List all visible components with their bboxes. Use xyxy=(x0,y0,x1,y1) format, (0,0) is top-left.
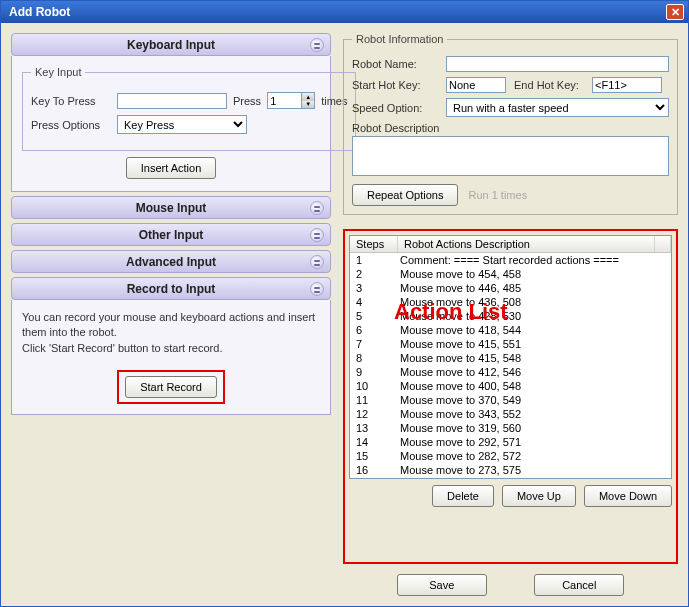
table-row[interactable]: 3Mouse move to 446, 485 xyxy=(350,281,671,295)
step-cell: 13 xyxy=(350,421,398,435)
step-cell: 7 xyxy=(350,337,398,351)
robot-info-legend: Robot Information xyxy=(352,33,447,45)
table-row[interactable]: 2Mouse move to 454, 458 xyxy=(350,267,671,281)
desc-cell: Mouse move to 418, 544 xyxy=(398,323,671,337)
list-body[interactable]: Action List 1Comment: ==== Start recorde… xyxy=(350,253,671,478)
table-row[interactable]: 6Mouse move to 418, 544 xyxy=(350,323,671,337)
table-row[interactable]: 7Mouse move to 415, 551 xyxy=(350,337,671,351)
chevrons-icon xyxy=(310,282,324,296)
delete-button[interactable]: Delete xyxy=(432,485,494,507)
step-cell: 16 xyxy=(350,463,398,477)
col-desc[interactable]: Robot Actions Description xyxy=(398,236,655,252)
insert-action-button[interactable]: Insert Action xyxy=(126,157,217,179)
step-cell: 2 xyxy=(350,267,398,281)
table-row[interactable]: 8Mouse move to 415, 548 xyxy=(350,351,671,365)
key-to-press-input[interactable] xyxy=(117,93,227,109)
accordion-header-keyboard[interactable]: Keyboard Input xyxy=(11,33,331,56)
accordion-header-label: Other Input xyxy=(139,228,204,242)
desc-cell: Mouse move to 343, 552 xyxy=(398,407,671,421)
col-scroll-gutter xyxy=(655,236,671,252)
desc-cell: Mouse move to 415, 551 xyxy=(398,337,671,351)
accordion-body-record: You can record your mouse and keyboard a… xyxy=(11,300,331,415)
repeat-options-button[interactable]: Repeat Options xyxy=(352,184,458,206)
accordion-header-mouse[interactable]: Mouse Input xyxy=(11,196,331,219)
accordion-header-other[interactable]: Other Input xyxy=(11,223,331,246)
key-input-group: Key Input Key To Press Press ▲ ▼ time xyxy=(22,66,356,151)
robot-name-input[interactable] xyxy=(446,56,669,72)
step-cell: 3 xyxy=(350,281,398,295)
repeat-hint: Run 1 times xyxy=(468,189,527,201)
step-cell: 11 xyxy=(350,393,398,407)
step-cell: 9 xyxy=(350,365,398,379)
accordion-header-label: Record to Input xyxy=(127,282,216,296)
table-row[interactable]: 9Mouse move to 412, 546 xyxy=(350,365,671,379)
press-options-label: Press Options xyxy=(31,119,111,131)
desc-cell: Mouse move to 370, 549 xyxy=(398,393,671,407)
accordion-header-label: Advanced Input xyxy=(126,255,216,269)
table-row[interactable]: 13Mouse move to 319, 560 xyxy=(350,421,671,435)
window-title: Add Robot xyxy=(9,5,666,19)
desc-cell: Mouse move to 282, 572 xyxy=(398,449,671,463)
chevrons-icon xyxy=(310,228,324,242)
end-hotkey-label: End Hot Key: xyxy=(514,79,584,91)
action-list[interactable]: Steps Robot Actions Description Action L… xyxy=(349,235,672,479)
right-panel: Robot Information Robot Name: Start Hot … xyxy=(343,33,678,596)
table-row[interactable]: 15Mouse move to 282, 572 xyxy=(350,449,671,463)
table-row[interactable]: 14Mouse move to 292, 571 xyxy=(350,435,671,449)
move-up-button[interactable]: Move Up xyxy=(502,485,576,507)
desc-cell: Mouse move to 446, 485 xyxy=(398,281,671,295)
record-text-2: Click 'Start Record' button to start rec… xyxy=(22,341,320,356)
accordion-header-record[interactable]: Record to Input xyxy=(11,277,331,300)
robot-information-group: Robot Information Robot Name: Start Hot … xyxy=(343,33,678,215)
desc-cell: Mouse move to 428, 530 xyxy=(398,309,671,323)
speed-option-select[interactable]: Run with a faster speed xyxy=(446,98,669,117)
close-button[interactable]: ✕ xyxy=(666,4,684,20)
action-list-highlight: Steps Robot Actions Description Action L… xyxy=(343,229,678,564)
robot-desc-textarea[interactable] xyxy=(352,136,669,176)
desc-cell: Mouse move to 292, 571 xyxy=(398,435,671,449)
table-row[interactable]: 5Mouse move to 428, 530 xyxy=(350,309,671,323)
left-panel: Keyboard Input Key Input Key To Press Pr… xyxy=(11,33,331,596)
chevrons-icon xyxy=(310,201,324,215)
accordion-header-advanced[interactable]: Advanced Input xyxy=(11,250,331,273)
robot-desc-label: Robot Description xyxy=(352,122,439,134)
save-button[interactable]: Save xyxy=(397,574,487,596)
step-cell: 8 xyxy=(350,351,398,365)
close-icon: ✕ xyxy=(671,6,680,19)
start-record-button[interactable]: Start Record xyxy=(125,376,217,398)
table-row[interactable]: 16Mouse move to 273, 575 xyxy=(350,463,671,477)
press-options-select[interactable]: Key Press xyxy=(117,115,247,134)
chevrons-icon xyxy=(310,38,324,52)
speed-option-label: Speed Option: xyxy=(352,102,438,114)
desc-cell: Mouse move to 319, 560 xyxy=(398,421,671,435)
left-fill xyxy=(11,415,331,596)
press-count-input[interactable] xyxy=(267,92,301,109)
desc-cell: Mouse move to 400, 548 xyxy=(398,379,671,393)
press-count-spinner[interactable]: ▲ ▼ xyxy=(267,92,315,109)
start-hotkey-input[interactable] xyxy=(446,77,506,93)
list-header: Steps Robot Actions Description xyxy=(350,236,671,253)
chevrons-icon xyxy=(310,255,324,269)
key-input-legend: Key Input xyxy=(31,66,85,78)
cancel-button[interactable]: Cancel xyxy=(534,574,624,596)
desc-cell: Mouse move to 273, 575 xyxy=(398,463,671,477)
desc-cell: Mouse move to 436, 508 xyxy=(398,295,671,309)
table-row[interactable]: 12Mouse move to 343, 552 xyxy=(350,407,671,421)
table-row[interactable]: 11Mouse move to 370, 549 xyxy=(350,393,671,407)
end-hotkey-input[interactable] xyxy=(592,77,662,93)
spin-up-icon[interactable]: ▲ xyxy=(302,93,314,101)
highlight-box: Start Record xyxy=(117,370,225,404)
add-robot-window: Add Robot ✕ Keyboard Input Key Input Key… xyxy=(0,0,689,607)
step-cell: 1 xyxy=(350,253,398,267)
table-row[interactable]: 10Mouse move to 400, 548 xyxy=(350,379,671,393)
col-steps[interactable]: Steps xyxy=(350,236,398,252)
step-cell: 14 xyxy=(350,435,398,449)
key-to-press-label: Key To Press xyxy=(31,95,111,107)
record-text-1: You can record your mouse and keyboard a… xyxy=(22,310,320,341)
accordion-body-keyboard: Key Input Key To Press Press ▲ ▼ time xyxy=(11,56,331,192)
table-row[interactable]: 1Comment: ==== Start recorded actions ==… xyxy=(350,253,671,267)
move-down-button[interactable]: Move Down xyxy=(584,485,672,507)
table-row[interactable]: 4Mouse move to 436, 508 xyxy=(350,295,671,309)
spin-down-icon[interactable]: ▼ xyxy=(302,101,314,109)
dialog-buttons: Save Cancel xyxy=(343,574,678,596)
